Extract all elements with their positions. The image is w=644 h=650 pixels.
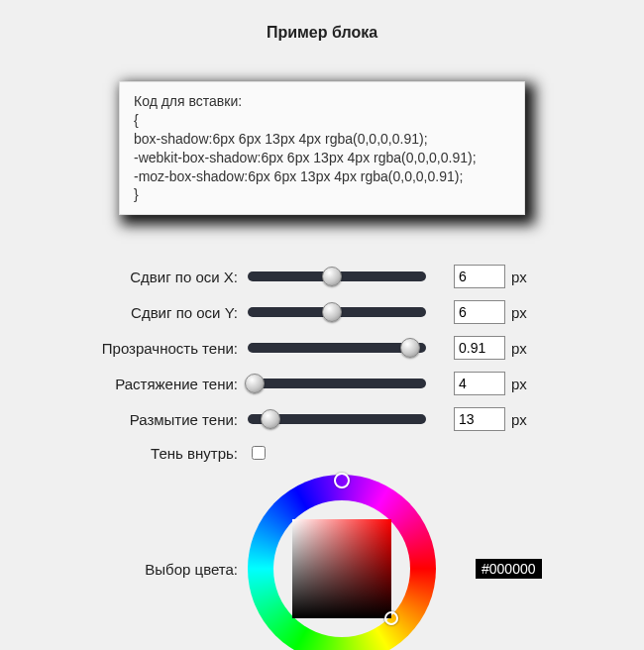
slider-thumb-opacity[interactable] [400,338,420,358]
hue-marker[interactable] [334,473,350,488]
row-blur: Размытие тени: px [45,407,599,431]
color-picker[interactable] [248,475,436,650]
input-blur[interactable] [454,407,505,431]
color-value-display: #000000 [476,559,542,579]
unit-opacity: px [511,340,527,357]
label-spread: Растяжение тени: [45,376,248,392]
code-line-moz: -moz-box-shadow:6px 6px 13px 4px rgba(0,… [134,167,510,186]
sv-square[interactable] [292,519,391,618]
row-color: Выбор цвета: #000000 [45,475,599,650]
row-spread: Растяжение тени: px [45,372,599,395]
input-shift-x[interactable] [454,265,505,288]
input-shift-y[interactable] [454,300,505,324]
slider-shift-x[interactable] [248,271,426,281]
slider-blur[interactable] [248,414,426,424]
label-blur: Размытие тени: [45,411,248,428]
code-output-box: Код для вставки: { box-shadow:6px 6px 13… [119,81,525,215]
slider-shift-y[interactable] [248,307,426,317]
input-spread[interactable] [454,372,505,395]
label-shift-y: Сдвиг по оси Y: [45,304,248,321]
unit-spread: px [511,376,527,392]
row-opacity: Прозрачность тени: px [45,336,599,360]
slider-spread[interactable] [248,379,426,388]
input-opacity[interactable] [454,336,505,360]
code-brace-open: { [134,111,510,130]
unit-blur: px [511,411,527,428]
label-inset: Тень внутрь: [45,445,248,462]
slider-thumb-shift-y[interactable] [322,302,342,322]
unit-shift-y: px [511,304,527,321]
checkbox-inset[interactable] [252,446,266,460]
unit-shift-x: px [511,269,527,285]
code-brace-close: } [134,185,510,204]
row-shift-y: Сдвиг по оси Y: px [45,300,599,324]
code-label: Код для вставки: [134,92,510,111]
page-title: Пример блока [0,0,644,52]
code-line-webkit: -webkit-box-shadow:6px 6px 13px 4px rgba… [134,149,510,167]
controls-form: Сдвиг по оси X: px Сдвиг по оси Y: px Пр… [45,265,599,650]
label-color: Выбор цвета: [45,561,248,578]
label-shift-x: Сдвиг по оси X: [45,269,248,285]
label-opacity: Прозрачность тени: [45,340,248,357]
slider-thumb-spread[interactable] [245,374,265,393]
slider-thumb-shift-x[interactable] [322,267,342,286]
row-shift-x: Сдвиг по оси X: px [45,265,599,288]
slider-opacity[interactable] [248,343,426,353]
slider-thumb-blur[interactable] [261,409,280,429]
code-line-box-shadow: box-shadow:6px 6px 13px 4px rgba(0,0,0,0… [134,130,510,149]
row-inset: Тень внутрь: [45,443,599,463]
sv-black-gradient [292,519,391,618]
